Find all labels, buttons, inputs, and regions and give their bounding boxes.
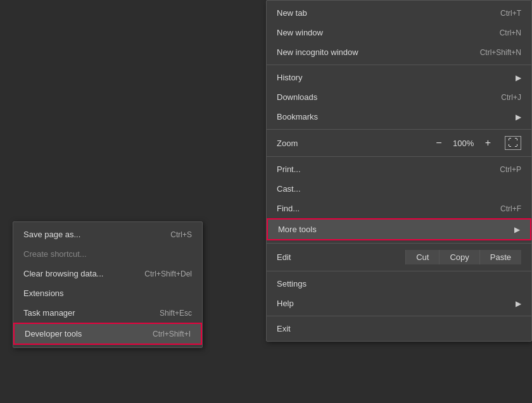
main-menu-item-downloads[interactable]: DownloadsCtrl+J <box>267 87 531 107</box>
zoom-decrease-button[interactable]: − <box>432 137 445 149</box>
menu-item-shortcut: Ctrl+Shift+Del <box>144 270 192 278</box>
submenu-arrow-icon: ▶ <box>516 113 521 121</box>
main-menu-item-help[interactable]: Help▶ <box>267 294 531 313</box>
zoom-increase-button[interactable]: + <box>481 137 495 149</box>
menu-item-label: Clear browsing data... <box>23 269 103 278</box>
zoom-value: 100% <box>451 139 476 148</box>
left-menu-item-developer-tools[interactable]: Developer toolsCtrl+Shift+I <box>13 323 202 345</box>
zoom-label: Zoom <box>277 139 432 148</box>
menu-item-shortcut: Ctrl+S <box>170 230 192 239</box>
left-menu-item-task-manager[interactable]: Task managerShift+Esc <box>13 303 202 323</box>
menu-item-label: New window <box>277 28 323 37</box>
menu-item-label: Downloads <box>277 92 317 102</box>
zoom-row: Zoom−100%+⛶ <box>267 132 531 154</box>
menu-separator <box>267 156 531 157</box>
menu-separator <box>267 243 531 244</box>
menu-item-shortcut: Ctrl+F <box>500 204 521 213</box>
main-menu-item-new-incognito[interactable]: New incognito windowCtrl+Shift+N <box>267 42 531 62</box>
menu-item-shortcut: Ctrl+Shift+I <box>153 330 191 338</box>
menu-item-label: History <box>277 73 302 82</box>
edit-row: EditCutCopyPaste <box>267 246 531 268</box>
menu-item-label: Print... <box>277 164 301 174</box>
cut-button[interactable]: Cut <box>405 250 439 264</box>
menu-item-label: Developer tools <box>25 329 82 338</box>
main-menu-item-find[interactable]: Find...Ctrl+F <box>267 199 531 218</box>
edit-label: Edit <box>277 252 405 262</box>
left-menu-item-clear-browsing[interactable]: Clear browsing data...Ctrl+Shift+Del <box>13 264 202 283</box>
menu-item-shortcut: Ctrl+J <box>501 93 521 102</box>
main-menu-item-settings[interactable]: Settings <box>267 274 531 294</box>
menu-item-label: Settings <box>277 279 307 288</box>
menu-item-label: New incognito window <box>277 47 358 57</box>
menu-separator <box>267 65 531 65</box>
menu-item-label: Extensions <box>23 288 64 298</box>
menu-item-label: Find... <box>277 204 300 213</box>
menu-item-label: Exit <box>277 324 291 333</box>
menu-item-label: New tab <box>277 8 307 18</box>
menu-item-shortcut: Ctrl+N <box>500 28 521 37</box>
main-menu-item-print[interactable]: Print...Ctrl+P <box>267 159 531 179</box>
main-menu-item-history[interactable]: History▶ <box>267 68 531 87</box>
menu-item-label: More tools <box>278 225 317 234</box>
menu-item-label: Save page as... <box>23 230 80 239</box>
menu-item-shortcut: Ctrl+P <box>500 165 521 174</box>
menu-item-label: Task manager <box>23 308 75 318</box>
left-menu-item-save-page[interactable]: Save page as...Ctrl+S <box>13 225 202 244</box>
main-menu-item-new-window[interactable]: New windowCtrl+N <box>267 23 531 42</box>
menu-separator <box>267 316 531 316</box>
menu-separator <box>267 129 531 130</box>
submenu-arrow-icon: ▶ <box>516 299 521 308</box>
chrome-main-menu: New tabCtrl+TNew windowCtrl+NNew incogni… <box>266 0 532 342</box>
fullscreen-button[interactable]: ⛶ <box>505 136 521 150</box>
menu-item-shortcut: Shift+Esc <box>160 309 192 318</box>
zoom-controls: −100%+⛶ <box>432 136 521 150</box>
left-menu-item-extensions[interactable]: Extensions <box>13 283 202 303</box>
main-menu-item-bookmarks[interactable]: Bookmarks▶ <box>267 107 531 127</box>
menu-item-shortcut: Ctrl+T <box>500 9 521 18</box>
menu-item-label: Cast... <box>277 184 301 194</box>
submenu-arrow-icon: ▶ <box>514 225 520 234</box>
menu-separator <box>267 271 531 271</box>
menu-item-label: Create shortcut... <box>23 249 87 259</box>
main-menu-item-cast[interactable]: Cast... <box>267 179 531 199</box>
submenu-arrow-icon: ▶ <box>516 73 521 82</box>
menu-item-label: Help <box>277 299 294 308</box>
main-menu-item-more-tools[interactable]: More tools▶ <box>267 218 531 240</box>
copy-button[interactable]: Copy <box>439 250 479 264</box>
menu-item-shortcut: Ctrl+Shift+N <box>480 48 521 57</box>
more-tools-submenu: Save page as...Ctrl+SCreate shortcut...C… <box>13 221 203 348</box>
left-menu-item-create-shortcut[interactable]: Create shortcut... <box>13 244 202 264</box>
main-menu-item-new-tab[interactable]: New tabCtrl+T <box>267 3 531 23</box>
main-menu-item-exit[interactable]: Exit <box>267 319 531 338</box>
menu-item-label: Bookmarks <box>277 112 318 121</box>
paste-button[interactable]: Paste <box>479 250 521 264</box>
